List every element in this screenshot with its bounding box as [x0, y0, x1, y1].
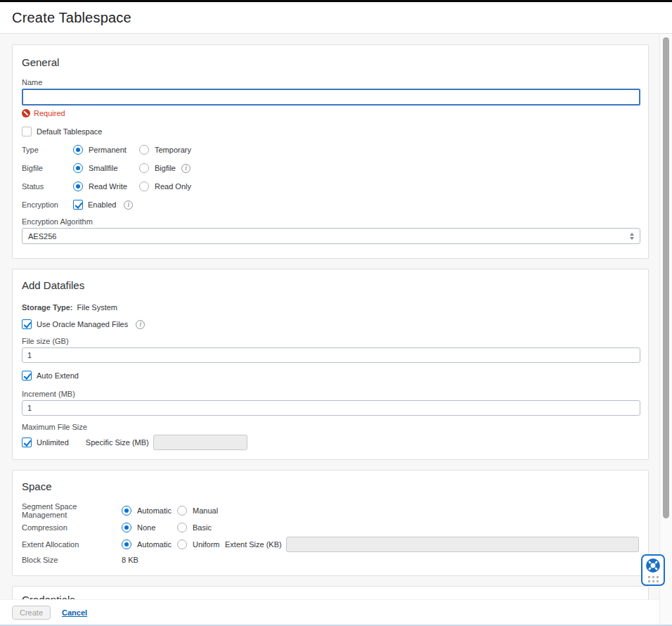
ban-icon: [22, 109, 30, 117]
extent-automatic-label: Automatic: [137, 540, 172, 549]
general-section: General Name Required Default Tablespace…: [12, 44, 649, 259]
extent-option-uniform[interactable]: Uniform: [177, 539, 225, 549]
readwrite-label: Read Write: [89, 182, 127, 191]
encryption-algorithm-label: Encryption Algorithm: [22, 217, 639, 226]
specific-size-label: Specific Size (MB): [86, 438, 149, 447]
radio-ssm-automatic[interactable]: [122, 506, 131, 516]
extent-uniform-label: Uniform: [193, 540, 220, 549]
encryption-label: Encryption: [22, 200, 73, 209]
page-header: Create Tablespace: [0, 2, 672, 34]
name-input[interactable]: [22, 89, 640, 106]
drag-handle-dots-icon[interactable]: [648, 576, 659, 582]
radio-bigfile[interactable]: [139, 163, 149, 173]
ssm-option-manual[interactable]: Manual: [177, 506, 218, 516]
extent-option-automatic[interactable]: Automatic: [122, 539, 177, 549]
omf-label: Use Oracle Managed Files: [37, 320, 128, 328]
file-size-label: File size (GB): [22, 337, 639, 345]
create-button[interactable]: Create: [12, 606, 51, 620]
required-error: Required: [22, 108, 639, 118]
status-option-readonly[interactable]: Read Only: [139, 181, 191, 191]
storage-type-value: File System: [77, 303, 117, 312]
unlimited-row: Unlimited Specific Size (MB): [22, 434, 639, 451]
radio-extent-automatic[interactable]: [122, 539, 131, 549]
increment-input[interactable]: [22, 400, 640, 416]
compression-label: Compression: [22, 523, 122, 532]
omf-checkbox[interactable]: [22, 319, 32, 329]
specific-size-input[interactable]: [153, 435, 247, 450]
radio-extent-uniform[interactable]: [177, 539, 187, 549]
compression-none-label: None: [137, 523, 155, 532]
type-option-temporary[interactable]: Temporary: [139, 145, 191, 155]
space-section: Space Segment Space Management Automatic…: [12, 470, 649, 576]
space-title: Space: [22, 480, 639, 492]
compression-option-basic[interactable]: Basic: [177, 523, 212, 532]
radio-readwrite[interactable]: [73, 181, 83, 191]
omf-info-icon[interactable]: i: [136, 320, 145, 329]
required-error-text: Required: [34, 109, 65, 117]
compression-row: Compression None Basic: [22, 522, 639, 533]
auto-extend-row: Auto Extend: [22, 370, 639, 381]
file-size-input[interactable]: [22, 347, 640, 363]
bigfile-option-bigfile[interactable]: Bigfile i: [139, 163, 190, 173]
block-size-value: 8 KB: [122, 556, 138, 564]
omf-row: Use Oracle Managed Files i: [22, 319, 639, 330]
radio-temporary[interactable]: [139, 145, 149, 155]
scrollbar-track[interactable]: [659, 34, 672, 625]
radio-smallfile[interactable]: [73, 163, 83, 173]
encryption-row: Encryption Enabled i: [22, 199, 639, 210]
unlimited-label: Unlimited: [37, 438, 69, 447]
radio-compression-none[interactable]: [122, 523, 131, 532]
bigfile-row: Bigfile Smallfile Bigfile i: [22, 162, 639, 174]
default-tablespace-row: Default Tablespace: [22, 126, 639, 137]
radio-compression-basic[interactable]: [177, 523, 187, 532]
bigfile-label: Bigfile: [22, 164, 73, 172]
storage-type-label: Storage Type:: [22, 303, 73, 312]
lifebuoy-help-icon[interactable]: [645, 558, 661, 573]
unlimited-option[interactable]: Unlimited: [22, 437, 69, 447]
smallfile-label: Smallfile: [89, 164, 118, 172]
max-file-size-label: Maximum File Size: [22, 423, 639, 431]
unlimited-checkbox[interactable]: [22, 437, 32, 447]
readonly-label: Read Only: [155, 182, 191, 191]
compression-option-none[interactable]: None: [122, 523, 177, 532]
radio-permanent[interactable]: [73, 145, 83, 155]
encryption-algorithm-value: AES256: [28, 232, 56, 241]
bigfile-option-smallfile[interactable]: Smallfile: [73, 163, 139, 173]
enabled-label: Enabled: [88, 200, 116, 209]
encryption-algorithm-select[interactable]: AES256: [22, 228, 640, 244]
status-label: Status: [22, 182, 73, 191]
type-row: Type Permanent Temporary: [22, 144, 639, 155]
footer-action-bar: Create Cancel: [0, 599, 659, 625]
compression-basic-label: Basic: [193, 523, 212, 532]
encryption-enabled-option[interactable]: Enabled i: [73, 200, 133, 210]
select-updown-icon: [630, 233, 634, 240]
type-option-permanent[interactable]: Permanent: [73, 145, 139, 155]
cancel-link[interactable]: Cancel: [62, 608, 87, 617]
block-size-row: Block Size 8 KB: [22, 554, 639, 566]
default-tablespace-checkbox[interactable]: [22, 127, 32, 136]
storage-type-row: Storage Type: File System: [22, 302, 639, 312]
main-content: General Name Required Default Tablespace…: [0, 34, 659, 626]
ssm-manual-label: Manual: [193, 506, 218, 515]
page-title: Create Tablespace: [12, 10, 131, 26]
add-datafiles-section: Add Datafiles Storage Type: File System …: [12, 269, 649, 460]
name-label: Name: [22, 78, 639, 87]
auto-extend-checkbox[interactable]: [22, 371, 32, 381]
scrollbar-thumb[interactable]: [663, 37, 669, 518]
auto-extend-label: Auto Extend: [37, 371, 79, 380]
extent-size-input[interactable]: [286, 537, 639, 552]
radio-ssm-manual[interactable]: [177, 506, 187, 516]
type-label: Type: [22, 146, 73, 154]
help-widget[interactable]: [641, 554, 665, 586]
status-option-readwrite[interactable]: Read Write: [73, 181, 139, 191]
general-section-title: General: [22, 56, 639, 68]
status-row: Status Read Write Read Only: [22, 181, 639, 192]
radio-readonly[interactable]: [139, 181, 149, 191]
ssm-option-automatic[interactable]: Automatic: [122, 506, 177, 516]
extent-allocation-label: Extent Allocation: [22, 540, 122, 549]
encryption-enabled-checkbox[interactable]: [73, 200, 83, 210]
encryption-info-icon[interactable]: i: [124, 200, 133, 210]
bigfile-info-icon[interactable]: i: [181, 164, 190, 173]
segment-space-label: Segment Space Management: [22, 502, 122, 519]
increment-label: Increment (MB): [22, 390, 639, 398]
